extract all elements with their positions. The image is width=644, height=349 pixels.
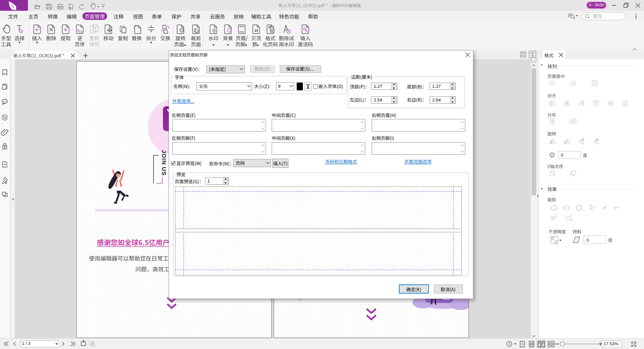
- svg-text:0: 0: [561, 153, 563, 158]
- svg-text:12: 12: [79, 30, 82, 33]
- svg-text:0: 0: [586, 238, 589, 243]
